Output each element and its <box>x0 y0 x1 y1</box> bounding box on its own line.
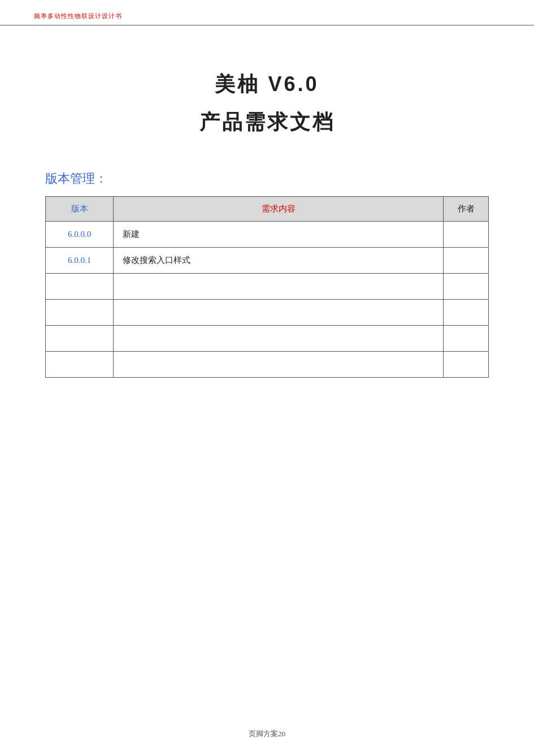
title-section: 美柚 V6.0 产品需求文档 <box>45 71 489 136</box>
table-row <box>46 300 489 326</box>
cell-version-2 <box>46 274 114 300</box>
cell-version-5 <box>46 352 114 378</box>
table-row: 6.0.0.1修改搜索入口样式 <box>46 248 489 274</box>
cell-author-2 <box>444 274 489 300</box>
version-table: 版本 需求内容 作者 6.0.0.0新建6.0.0.1修改搜索入口样式 <box>45 196 489 378</box>
header-bar: 频率多动性性物联设计设计书 <box>0 0 534 25</box>
main-content: 美柚 V6.0 产品需求文档 版本管理： 版本 需求内容 作者 6.0.0.0新… <box>0 25 534 423</box>
footer: 页脚方案20 <box>0 729 534 739</box>
cell-author-3 <box>444 300 489 326</box>
cell-version-4 <box>46 326 114 352</box>
table-header-row: 版本 需求内容 作者 <box>46 197 489 222</box>
version-section-label: 版本管理： <box>45 170 489 187</box>
cell-content-2 <box>114 274 444 300</box>
table-row: 6.0.0.0新建 <box>46 222 489 248</box>
cell-content-4 <box>114 326 444 352</box>
table-row <box>46 274 489 300</box>
footer-text: 页脚方案20 <box>249 729 285 738</box>
cell-author-1 <box>444 248 489 274</box>
cell-author-4 <box>444 326 489 352</box>
header-text: 频率多动性性物联设计设计书 <box>34 12 122 19</box>
cell-author-0 <box>444 222 489 248</box>
table-row <box>46 352 489 378</box>
col-header-author: 作者 <box>444 197 489 222</box>
cell-version-0: 6.0.0.0 <box>46 222 114 248</box>
col-header-content: 需求内容 <box>114 197 444 222</box>
col-header-version: 版本 <box>46 197 114 222</box>
cell-content-1: 修改搜索入口样式 <box>114 248 444 274</box>
cell-version-1: 6.0.0.1 <box>46 248 114 274</box>
cell-author-5 <box>444 352 489 378</box>
page: 频率多动性性物联设计设计书 美柚 V6.0 产品需求文档 版本管理： 版本 需求… <box>0 0 534 756</box>
table-row <box>46 326 489 352</box>
cell-content-0: 新建 <box>114 222 444 248</box>
cell-content-5 <box>114 352 444 378</box>
cell-content-3 <box>114 300 444 326</box>
cell-version-3 <box>46 300 114 326</box>
version-section: 版本管理： 版本 需求内容 作者 6.0.0.0新建6.0.0.1修改搜索入口样… <box>45 170 489 378</box>
document-title-line1: 美柚 V6.0 <box>45 71 489 98</box>
document-title-line2: 产品需求文档 <box>45 109 489 136</box>
